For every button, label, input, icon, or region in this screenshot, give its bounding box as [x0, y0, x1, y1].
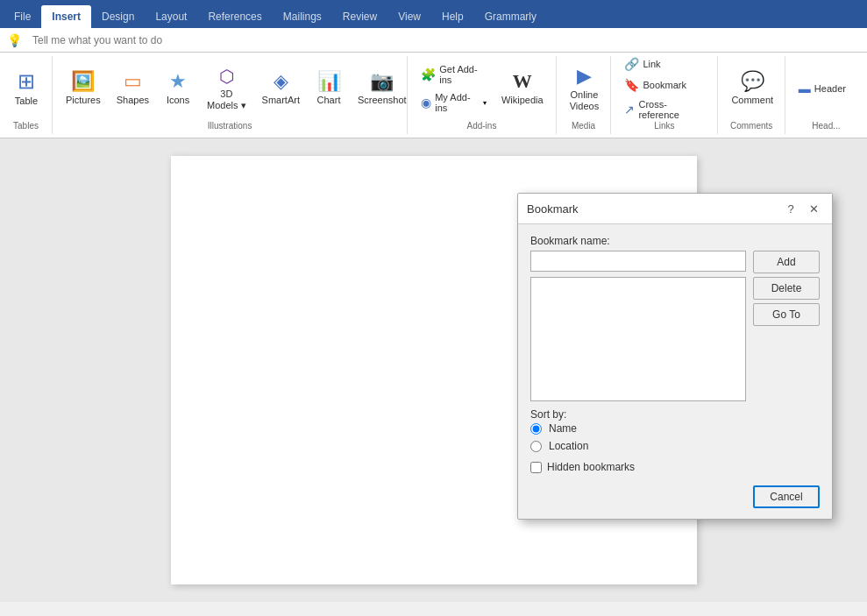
- tab-bar: File Insert Design Layout References Mai…: [0, 0, 867, 28]
- add-button[interactable]: Add: [753, 251, 820, 273]
- ribbon-container: File Insert Design Layout References Mai…: [0, 0, 867, 28]
- cancel-button[interactable]: Cancel: [753, 485, 820, 508]
- cross-reference-icon: ↗: [624, 103, 635, 117]
- links-group-label: Links: [618, 117, 710, 131]
- media-items: ▶ OnlineVideos: [564, 60, 605, 117]
- online-videos-label: OnlineVideos: [570, 89, 599, 112]
- dialog-help-button[interactable]: ?: [781, 199, 800, 218]
- icons-icon: ★: [169, 70, 187, 93]
- bookmark-name-input[interactable]: [530, 251, 746, 272]
- bookmark-icon: 🔖: [624, 78, 639, 92]
- header-group-label: Head...: [792, 117, 860, 131]
- pictures-icon: 🖼️: [71, 70, 95, 93]
- sort-by-section: Sort by: Name Location: [530, 408, 746, 456]
- tab-view[interactable]: View: [387, 5, 431, 28]
- sort-name-row: Name: [530, 422, 746, 435]
- illustrations-items: 🖼️ Pictures ▭ Shapes ★ Icons ⬡ 3DModels …: [60, 60, 413, 117]
- sort-location-radio[interactable]: [530, 441, 542, 452]
- group-header: ▬ Header Head...: [785, 56, 867, 134]
- bookmark-button[interactable]: 🔖 Bookmark: [618, 75, 710, 95]
- my-addins-icon: ◉: [421, 96, 431, 110]
- my-addins-label: My Add-ins: [435, 92, 481, 113]
- hidden-bookmarks-checkbox[interactable]: [530, 462, 542, 473]
- sort-name-radio-label[interactable]: Name: [549, 422, 577, 435]
- tab-insert[interactable]: Insert: [41, 5, 91, 28]
- hidden-bookmarks-text: Hidden bookmarks: [547, 461, 635, 473]
- link-button[interactable]: 🔗 Link: [618, 54, 710, 74]
- dialog-right-buttons: Add Delete Go To: [746, 251, 820, 482]
- shapes-button[interactable]: ▭ Shapes: [110, 60, 155, 117]
- tab-help[interactable]: Help: [431, 5, 474, 28]
- dialog-title-bar: Bookmark ? ✕: [518, 194, 832, 224]
- bookmark-label: Bookmark: [643, 80, 686, 90]
- comments-items: 💬 Comment: [725, 60, 779, 117]
- header-items: ▬ Header: [792, 60, 863, 117]
- wikipedia-label: Wikipedia: [501, 95, 544, 106]
- table-button[interactable]: ⊞ Table: [7, 60, 46, 117]
- group-illustrations: 🖼️ Pictures ▭ Shapes ★ Icons ⬡ 3DModels …: [53, 56, 408, 134]
- icons-button[interactable]: ★ Icons: [159, 60, 197, 117]
- group-links: 🔗 Link 🔖 Bookmark ↗ Cross-reference Link…: [611, 56, 718, 134]
- dialog-close-button[interactable]: ✕: [804, 199, 823, 218]
- header-button[interactable]: ▬ Header: [792, 79, 863, 98]
- pictures-button[interactable]: 🖼️ Pictures: [60, 60, 107, 117]
- delete-button[interactable]: Delete: [753, 277, 820, 300]
- goto-button[interactable]: Go To: [753, 303, 820, 326]
- dialog-title: Bookmark: [527, 202, 579, 216]
- bookmark-dialog: Bookmark ? ✕ Bookmark name: Sort by:: [517, 193, 833, 520]
- wikipedia-button[interactable]: W Wikipedia: [496, 60, 549, 117]
- ribbon: ⊞ Table Tables 🖼️ Pictures ▭ Shapes ★ Ic…: [0, 53, 867, 138]
- tell-me-input[interactable]: [25, 34, 860, 46]
- bottom-buttons: Cancel: [530, 485, 820, 508]
- hidden-bookmarks-row: Hidden bookmarks: [530, 461, 746, 473]
- smartart-icon: ◈: [274, 70, 288, 93]
- sort-location-label: Location: [549, 440, 588, 452]
- group-tables: ⊞ Table Tables: [0, 56, 53, 134]
- pictures-label: Pictures: [66, 95, 101, 106]
- 3dmodels-button[interactable]: ⬡ 3DModels ▾: [201, 60, 252, 117]
- group-comments: 💬 Comment Comments: [718, 56, 785, 134]
- lightbulb-icon: 💡: [7, 33, 22, 47]
- comment-label: Comment: [731, 95, 773, 106]
- bookmark-listbox[interactable]: [530, 277, 746, 401]
- group-media: ▶ OnlineVideos Media: [557, 56, 612, 134]
- header-label: Header: [814, 83, 846, 94]
- tab-references[interactable]: References: [197, 5, 272, 28]
- dialog-main-area: Sort by: Name Location: [530, 251, 820, 482]
- tab-design[interactable]: Design: [91, 5, 145, 28]
- addins-items: 🧩 Get Add-ins ◉ My Add-ins ▾ W Wikipedia: [415, 60, 549, 117]
- tab-grammarly[interactable]: Grammarly: [474, 5, 547, 28]
- chart-button[interactable]: 📊 Chart: [309, 60, 348, 117]
- my-addins-button[interactable]: ◉ My Add-ins ▾: [415, 89, 493, 116]
- media-group-label: Media: [564, 117, 604, 131]
- command-bar: 💡: [0, 28, 867, 53]
- sort-location-row: Location: [530, 440, 746, 452]
- tab-layout[interactable]: Layout: [145, 5, 197, 28]
- bookmark-name-label: Bookmark name:: [530, 235, 820, 247]
- shapes-icon: ▭: [124, 70, 142, 93]
- comments-group-label: Comments: [725, 117, 777, 131]
- tab-mailings[interactable]: Mailings: [273, 5, 332, 28]
- screenshot-icon: 📷: [370, 70, 394, 93]
- hidden-bookmarks-label[interactable]: Hidden bookmarks: [547, 461, 635, 473]
- dialog-title-buttons: ? ✕: [781, 199, 823, 218]
- sort-name-radio[interactable]: [530, 423, 542, 435]
- tab-file[interactable]: File: [4, 5, 41, 28]
- comment-button[interactable]: 💬 Comment: [725, 60, 779, 117]
- 3dmodels-icon: ⬡: [219, 66, 234, 87]
- tab-review[interactable]: Review: [332, 5, 387, 28]
- get-addins-button[interactable]: 🧩 Get Add-ins: [415, 61, 493, 88]
- table-icon: ⊞: [18, 69, 35, 94]
- table-label: Table: [15, 96, 38, 107]
- sort-location-radio-label[interactable]: Location: [549, 440, 588, 452]
- smartart-label: SmartArt: [262, 95, 300, 106]
- sort-by-label: Sort by:: [530, 408, 746, 421]
- icons-label: Icons: [167, 95, 189, 106]
- comment-icon: 💬: [741, 70, 764, 93]
- online-videos-button[interactable]: ▶ OnlineVideos: [564, 60, 605, 117]
- screenshot-button[interactable]: 📷 Screenshot: [352, 60, 413, 117]
- dialog-body: Bookmark name: Sort by: Name: [518, 224, 832, 519]
- smartart-button[interactable]: ◈ SmartArt: [256, 60, 306, 117]
- online-videos-icon: ▶: [577, 65, 592, 88]
- 3dmodels-label: 3DModels ▾: [207, 89, 246, 111]
